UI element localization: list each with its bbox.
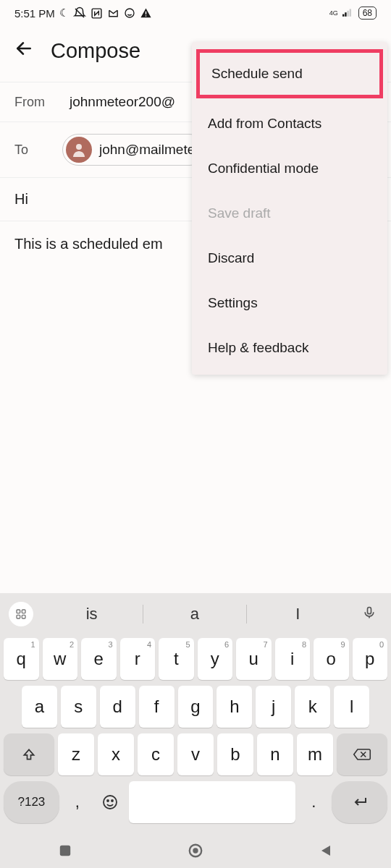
status-left: 5:51 PM ☾ [14,7,152,20]
from-label: From [14,95,48,110]
key-d[interactable]: d [100,686,135,728]
circle-icon [124,7,135,19]
page-title: Compose [51,39,140,63]
menu-schedule-send[interactable]: Schedule send [196,49,383,98]
key-w[interactable]: w2 [43,638,78,680]
space-key[interactable] [129,781,295,823]
key-l[interactable]: l [334,686,369,728]
network-label: 4G [329,10,338,17]
svg-point-17 [107,800,109,801]
svg-point-21 [193,848,198,853]
period-key[interactable]: . [299,781,328,823]
key-b[interactable]: b [217,733,253,775]
key-n[interactable]: n [257,733,293,775]
key-x[interactable]: x [98,733,134,775]
svg-point-16 [104,796,117,809]
warning-icon [140,7,152,20]
menu-add-from-contacts[interactable]: Add from Contacts [192,101,387,146]
svg-rect-5 [347,11,348,17]
from-value: johnmeteor200@ [70,94,175,110]
key-c[interactable]: c [138,733,174,775]
suggestion-bar: is a I [0,593,391,635]
emoji-key[interactable] [96,781,125,823]
battery-indicator: 68 [358,7,377,20]
suggestion-2[interactable]: a [143,605,245,624]
svg-rect-6 [349,9,350,16]
status-right: 4G 68 [329,7,377,20]
mute-icon [73,7,86,20]
svg-rect-11 [17,615,20,618]
back-arrow-icon[interactable] [14,39,33,63]
key-j[interactable]: j [256,686,291,728]
status-bar: 5:51 PM ☾ 4G 68 [0,0,391,26]
recipient-email: john@mailmete [99,142,195,158]
key-i[interactable]: i8 [275,638,311,680]
menu-help-feedback[interactable]: Help & feedback [192,326,387,370]
enter-key[interactable] [332,781,387,823]
svg-point-2 [125,9,134,17]
key-f[interactable]: f [139,686,175,728]
shift-key[interactable] [4,733,54,775]
key-t[interactable]: t5 [159,638,194,680]
key-row-4: ?123 , . [0,778,391,826]
status-time: 5:51 PM [14,7,55,20]
app-picker-icon[interactable] [9,602,33,626]
key-p[interactable]: p0 [353,638,388,680]
comma-key[interactable]: , [63,781,92,823]
avatar [66,137,92,163]
body-text: This is a scheduled em [14,236,163,252]
signal-icon [342,8,354,18]
backspace-key[interactable] [337,733,387,775]
key-row-2: a s d f g h j k l [0,683,391,731]
key-y[interactable]: y6 [198,638,233,680]
nfc-icon [91,7,103,20]
svg-rect-12 [22,615,25,618]
svg-rect-3 [342,14,344,17]
key-m[interactable]: m [297,733,333,775]
symbols-key[interactable]: ?123 [4,781,59,823]
key-a[interactable]: a [22,686,57,728]
home-button[interactable] [181,836,210,865]
svg-rect-4 [345,12,346,17]
menu-save-draft: Save draft [192,191,387,236]
svg-rect-9 [17,610,20,613]
subject-value: Hi [14,191,28,207]
key-row-1: q1 w2 e3 r4 t5 y6 u7 i8 o9 p0 [0,635,391,683]
keyboard: is a I q1 w2 e3 r4 t5 y6 u7 i8 o9 p0 a s… [0,593,391,868]
suggestion-3[interactable]: I [247,605,349,624]
recipient-chip[interactable]: john@mailmete [62,134,206,166]
key-h[interactable]: h [216,686,252,728]
menu-confidential-mode[interactable]: Confidential mode [192,146,387,191]
key-v[interactable]: v [177,733,214,775]
suggestion-1[interactable]: is [41,605,143,624]
key-e[interactable]: e3 [81,638,117,680]
svg-rect-19 [60,846,70,856]
key-z[interactable]: z [58,733,94,775]
gmail-icon [107,7,119,20]
key-o[interactable]: o9 [314,638,349,680]
key-s[interactable]: s [61,686,96,728]
key-row-3: z x c v b n m [0,731,391,778]
svg-point-18 [112,800,113,801]
svg-rect-13 [368,607,371,613]
key-g[interactable]: g [178,686,214,728]
recents-button[interactable] [51,836,80,865]
android-nav-bar [0,833,391,868]
overflow-menu: Schedule send Add from Contacts Confiden… [192,42,387,375]
menu-settings[interactable]: Settings [192,281,387,326]
svg-rect-10 [22,610,25,613]
key-u[interactable]: u7 [236,638,272,680]
back-button[interactable] [311,836,340,865]
key-q[interactable]: q1 [4,638,39,680]
menu-discard[interactable]: Discard [192,236,387,281]
mic-icon[interactable] [356,605,382,624]
svg-point-8 [76,144,82,150]
key-r[interactable]: r4 [120,638,156,680]
moon-icon: ☾ [59,7,69,20]
key-k[interactable]: k [295,686,330,728]
to-label: To [14,142,48,158]
